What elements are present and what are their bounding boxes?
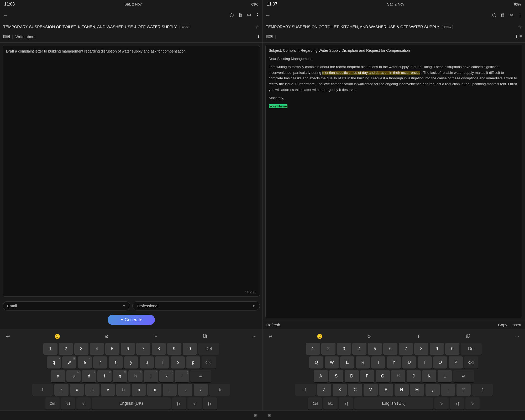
rkey-R[interactable]: R bbox=[356, 356, 370, 369]
rkey-right-arrow[interactable]: ▷ bbox=[434, 397, 449, 409]
key-n[interactable]: n bbox=[132, 384, 146, 396]
key-a[interactable]: a bbox=[51, 370, 65, 382]
key-shift-left[interactable]: ⇧ bbox=[32, 384, 53, 396]
key-ctrl-left[interactable]: Ctrl bbox=[45, 397, 60, 409]
tone-dropdown[interactable]: Professional ▼ bbox=[132, 301, 260, 310]
key-z[interactable]: z bbox=[54, 384, 69, 396]
key-w[interactable]: w@ bbox=[62, 356, 76, 369]
key-u[interactable]: u bbox=[140, 356, 154, 369]
key-5[interactable]: 5 bbox=[105, 343, 119, 355]
rkey-T[interactable]: T bbox=[371, 356, 385, 369]
key-s[interactable]: s@ bbox=[66, 370, 81, 382]
rkey-Q[interactable]: Q bbox=[309, 356, 323, 369]
rkey-P[interactable]: P bbox=[449, 356, 463, 369]
right-email-content[interactable]: Subject: Complaint Regarding Water Suppl… bbox=[265, 45, 523, 318]
right-kb-settings[interactable]: ⚙ bbox=[364, 332, 374, 341]
rkey-period[interactable]: . bbox=[441, 384, 455, 396]
key-8[interactable]: 8 bbox=[152, 343, 166, 355]
right-kb-img[interactable]: 🖼 bbox=[463, 332, 472, 341]
rkey-2[interactable]: 2 bbox=[321, 343, 335, 355]
key-left-arrow[interactable]: ◁ bbox=[76, 397, 91, 409]
rkey-6[interactable]: 6 bbox=[383, 343, 397, 355]
key-7[interactable]: 7 bbox=[136, 343, 150, 355]
key-left-arrow2[interactable]: ◁ bbox=[187, 397, 202, 409]
rkey-G[interactable]: G bbox=[376, 370, 390, 382]
rkey-B[interactable]: B bbox=[379, 384, 393, 396]
left-kb-emoji[interactable]: 🙂 bbox=[52, 332, 62, 341]
key-slash[interactable]: / bbox=[194, 384, 208, 396]
left-kb-translate[interactable]: Ŧ bbox=[151, 332, 161, 341]
rkey-symbols[interactable]: !#1 bbox=[323, 397, 338, 409]
rkey-9[interactable]: 9 bbox=[430, 343, 444, 355]
rkey-8[interactable]: 8 bbox=[414, 343, 428, 355]
key-d[interactable]: d# bbox=[82, 370, 96, 382]
rkey-4[interactable]: 4 bbox=[352, 343, 366, 355]
key-x[interactable]: x bbox=[70, 384, 84, 396]
key-m[interactable]: m bbox=[147, 384, 161, 396]
rkey-Y[interactable]: Y bbox=[387, 356, 401, 369]
right-info-icon[interactable]: ℹ bbox=[516, 34, 517, 39]
key-e[interactable]: e€ bbox=[78, 356, 92, 369]
key-f[interactable]: f£ bbox=[97, 370, 112, 382]
key-9[interactable]: 9 bbox=[167, 343, 181, 355]
right-keyboard-icon[interactable]: ⌨ bbox=[266, 34, 273, 40]
key-space-left[interactable]: English (UK) bbox=[92, 397, 171, 409]
rkey-shift-left[interactable]: ⇧ bbox=[295, 384, 316, 396]
copy-button[interactable]: Copy bbox=[498, 323, 507, 327]
rkey-7[interactable]: 7 bbox=[399, 343, 413, 355]
key-6[interactable]: 6 bbox=[121, 343, 135, 355]
left-info-icon[interactable]: ℹ bbox=[258, 34, 259, 39]
rkey-Z[interactable]: Z bbox=[317, 384, 331, 396]
left-kb-more[interactable]: ··· bbox=[250, 332, 259, 341]
rkey-D[interactable]: D bbox=[345, 370, 359, 382]
rkey-del[interactable]: Del bbox=[461, 343, 482, 355]
key-o[interactable]: o bbox=[171, 356, 185, 369]
left-write-area[interactable]: Draft a complaint letter to building man… bbox=[3, 45, 260, 297]
key-p[interactable]: p bbox=[186, 356, 200, 369]
left-icon-square[interactable]: ⬡ bbox=[230, 12, 234, 18]
rkey-A[interactable]: A bbox=[314, 370, 328, 382]
key-enter-left[interactable]: ↵ bbox=[190, 370, 211, 382]
right-back-button[interactable]: ← bbox=[265, 12, 271, 18]
right-icon-email[interactable]: ✉ bbox=[510, 12, 513, 18]
key-shift-right[interactable]: ⇧ bbox=[209, 384, 230, 396]
rkey-ctrl[interactable]: Ctrl bbox=[308, 397, 322, 409]
key-comma[interactable]: , bbox=[163, 384, 177, 396]
key-c[interactable]: c bbox=[85, 384, 99, 396]
rkey-X[interactable]: X bbox=[333, 384, 347, 396]
key-0[interactable]: 0 bbox=[183, 343, 197, 355]
right-kb-emoji[interactable]: 🙂 bbox=[315, 332, 324, 341]
rkey-I[interactable]: I bbox=[418, 356, 432, 369]
left-star-icon[interactable]: ☆ bbox=[255, 24, 259, 30]
rkey-F[interactable]: F bbox=[360, 370, 374, 382]
rkey-3[interactable]: 3 bbox=[337, 343, 351, 355]
bottom-nav-icon[interactable]: ⊞ bbox=[254, 413, 257, 418]
key-4[interactable]: 4 bbox=[90, 343, 104, 355]
left-kb-settings[interactable]: ⚙ bbox=[102, 332, 111, 341]
key-l[interactable]: l) bbox=[175, 370, 189, 382]
key-2[interactable]: 2 bbox=[59, 343, 73, 355]
key-i[interactable]: i bbox=[155, 356, 169, 369]
rkey-U[interactable]: U bbox=[402, 356, 416, 369]
rkey-M[interactable]: M bbox=[410, 384, 424, 396]
key-v[interactable]: v bbox=[101, 384, 115, 396]
key-q[interactable]: q! bbox=[47, 356, 61, 369]
rkey-question[interactable]: ? bbox=[456, 384, 471, 396]
right-kb-translate[interactable]: Ŧ bbox=[414, 332, 423, 341]
rkey-L[interactable]: L bbox=[438, 370, 452, 382]
key-1[interactable]: 1 bbox=[43, 343, 57, 355]
rkey-O[interactable]: O bbox=[433, 356, 447, 369]
rkey-W[interactable]: W bbox=[325, 356, 339, 369]
rkey-enter[interactable]: ↵ bbox=[453, 370, 474, 382]
generate-button[interactable]: ✦ Generate bbox=[108, 315, 155, 325]
key-right-arrow[interactable]: ▷ bbox=[172, 397, 186, 409]
right-icon-more[interactable]: ⋮ bbox=[518, 12, 522, 18]
left-icon-email[interactable]: ✉ bbox=[247, 12, 251, 18]
email-type-dropdown[interactable]: Email ▼ bbox=[3, 301, 130, 310]
right-icon-square[interactable]: ⬡ bbox=[492, 12, 496, 18]
left-kb-icon1[interactable]: ↩ bbox=[3, 332, 13, 341]
refresh-button[interactable]: Refresh bbox=[266, 323, 280, 327]
key-k[interactable]: k( bbox=[159, 370, 174, 382]
rkey-space[interactable]: English (UK) bbox=[354, 397, 433, 409]
left-kb-img[interactable]: 🖼 bbox=[201, 332, 210, 341]
